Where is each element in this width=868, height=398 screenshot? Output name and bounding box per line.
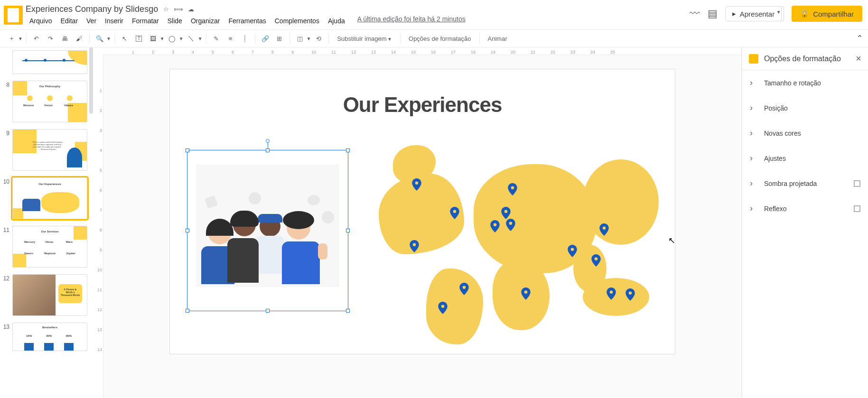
lock-icon: 🔒 (800, 9, 809, 18)
thumb-slide[interactable]: Bestsellers 10% 35% 80% (12, 323, 87, 351)
replace-image-button[interactable]: Substituir imagem ▼ (332, 35, 397, 42)
slides-logo[interactable] (4, 6, 23, 25)
menu-insert[interactable]: Inserir (101, 15, 127, 27)
crop-button[interactable]: ◫ (293, 32, 307, 45)
present-icon: ▸ (732, 9, 736, 18)
new-slide-dropdown[interactable]: ▼ (18, 36, 23, 41)
comment-button[interactable]: ⊞ (273, 32, 286, 45)
animate-button[interactable]: Animar (483, 35, 512, 42)
resize-handle[interactable] (186, 229, 189, 232)
map-pin-icon (625, 288, 635, 301)
shadow-checkbox[interactable] (854, 180, 860, 187)
menu-help[interactable]: Ajuda (324, 15, 349, 27)
border-dash-button[interactable]: ┊ (238, 32, 252, 45)
resize-handle[interactable] (346, 309, 350, 313)
shape-dropdown[interactable]: ▼ (179, 36, 184, 41)
sidebar-item-adjustments[interactable]: ›Ajustes (742, 146, 868, 171)
sidebar-item-drop-shadow[interactable]: ›Sombra projetada (742, 171, 868, 196)
thumb-number: 13 (1, 323, 9, 330)
menu-file[interactable]: Arquivo (26, 15, 56, 27)
thumb-slide[interactable]: Our Philosophy Mission Vision Values (12, 81, 87, 122)
resize-handle[interactable] (266, 309, 270, 313)
share-button[interactable]: 🔒 Compartilhar (792, 6, 862, 22)
world-map-illustration[interactable] (379, 145, 663, 344)
move-icon[interactable]: ⟾ (174, 5, 183, 13)
resize-handle[interactable] (266, 148, 270, 152)
select-tool[interactable]: ↖ (118, 32, 131, 45)
border-color-button[interactable]: ✎ (210, 32, 223, 45)
close-sidebar-button[interactable]: × (856, 53, 861, 64)
mask-dropdown[interactable]: ▼ (307, 36, 311, 41)
menu-arrange[interactable]: Organizar (187, 15, 224, 27)
thumb-slide[interactable]: Our Services Mercury Venus Mars Saturn N… (12, 226, 87, 268)
shape-tool[interactable]: ◯ (166, 32, 179, 45)
undo-button[interactable]: ↶ (30, 32, 43, 45)
line-dropdown[interactable]: ▼ (198, 36, 203, 41)
sidebar-item-size-rotation[interactable]: ›Tamanho e rotação (742, 70, 868, 95)
print-button[interactable]: 🖶 (58, 32, 72, 45)
replace-image-label: Substituir imagem (337, 35, 386, 42)
border-weight-button[interactable]: ≡ (224, 32, 237, 45)
slide-editor[interactable]: Our Experiences (170, 69, 675, 354)
paint-format-button[interactable]: 🖌 (73, 32, 86, 45)
map-pin-icon (599, 223, 609, 236)
sidebar-item-reflection[interactable]: ›Reflexo (742, 196, 868, 221)
zoom-button[interactable]: 🔍 (93, 32, 106, 45)
slide-title-text[interactable]: Our Experiences (170, 93, 675, 117)
thumb-slide[interactable] (12, 50, 87, 74)
thumb-text: Saturn (24, 252, 33, 255)
zoom-dropdown[interactable]: ▼ (106, 36, 111, 41)
reset-image-button[interactable]: ⟲ (312, 32, 325, 45)
ruler-horizontal: 1234567891011121314151617181920212223242… (103, 47, 741, 55)
thumb-title: Our Experiences (13, 183, 87, 185)
thumb-text: A Picture Is Worth a Thousand Words (60, 288, 80, 296)
rotation-handle[interactable] (266, 139, 270, 143)
textbox-tool[interactable]: 🅃 (132, 32, 146, 45)
thumb-text: Mars (66, 241, 73, 243)
thumb-slide-current[interactable]: Our Experiences (12, 177, 87, 219)
collapse-toolbar-button[interactable]: ⌃ (856, 33, 863, 44)
resize-handle[interactable] (346, 229, 350, 232)
menu-addons[interactable]: Complementos (271, 15, 323, 27)
cloud-icon[interactable]: ☁ (187, 5, 195, 13)
star-icon[interactable]: ☆ (162, 5, 170, 13)
thumb-text: Venus (45, 241, 54, 243)
thumb-slide[interactable]: "This is a quote words full of wisdom th… (12, 129, 87, 171)
menu-edit[interactable]: Editar (56, 15, 82, 27)
activity-icon[interactable]: 〰 (690, 8, 700, 20)
present-label: Apresentar (740, 10, 775, 18)
last-edit-status[interactable]: A última edição foi feita há 2 minutos (357, 15, 466, 27)
sidebar-item-label: Tamanho e rotação (764, 79, 821, 87)
doc-title[interactable]: Experiences Company by Slidesgo (26, 4, 158, 14)
present-dropdown[interactable]: ▼ (774, 6, 784, 21)
separator (289, 33, 290, 44)
thumb-text: Neptune (44, 252, 56, 255)
selected-image-object[interactable] (187, 150, 348, 311)
new-slide-button[interactable]: ＋ (5, 32, 18, 45)
format-options-button[interactable]: Opções de formatação (404, 35, 476, 42)
image-tool[interactable]: 🖼 (147, 32, 160, 45)
redo-button[interactable]: ↷ (44, 32, 57, 45)
line-tool[interactable]: ＼ (185, 32, 198, 45)
map-pin-icon (459, 283, 469, 295)
menu-slide[interactable]: Slide (164, 15, 186, 27)
slide-filmstrip[interactable]: 8 Our Philosophy Mission Vision Values 9… (0, 47, 93, 398)
menu-tools[interactable]: Ferramentas (224, 15, 270, 27)
menu-format[interactable]: Formatar (128, 15, 163, 27)
map-pin-icon (506, 219, 515, 231)
thumb-slide[interactable]: A Picture Is Worth a Thousand Words (12, 274, 87, 316)
resize-handle[interactable] (186, 309, 189, 313)
filmstrip-scrollbar[interactable] (89, 47, 93, 114)
thumb-title: Our Services (13, 230, 87, 233)
separator (400, 33, 401, 44)
slide-canvas[interactable]: 1234567891011121314151617181920212223242… (93, 47, 742, 398)
reflection-checkbox[interactable] (854, 205, 860, 212)
image-dropdown[interactable]: ▼ (160, 36, 165, 41)
resize-handle[interactable] (186, 148, 189, 152)
comments-icon[interactable]: ▤ (708, 8, 718, 20)
resize-handle[interactable] (346, 148, 350, 152)
sidebar-item-position[interactable]: ›Posição (742, 95, 868, 120)
link-button[interactable]: 🔗 (259, 32, 272, 45)
sidebar-item-recolor[interactable]: ›Novas cores (742, 120, 868, 146)
menu-view[interactable]: Ver (83, 15, 100, 27)
